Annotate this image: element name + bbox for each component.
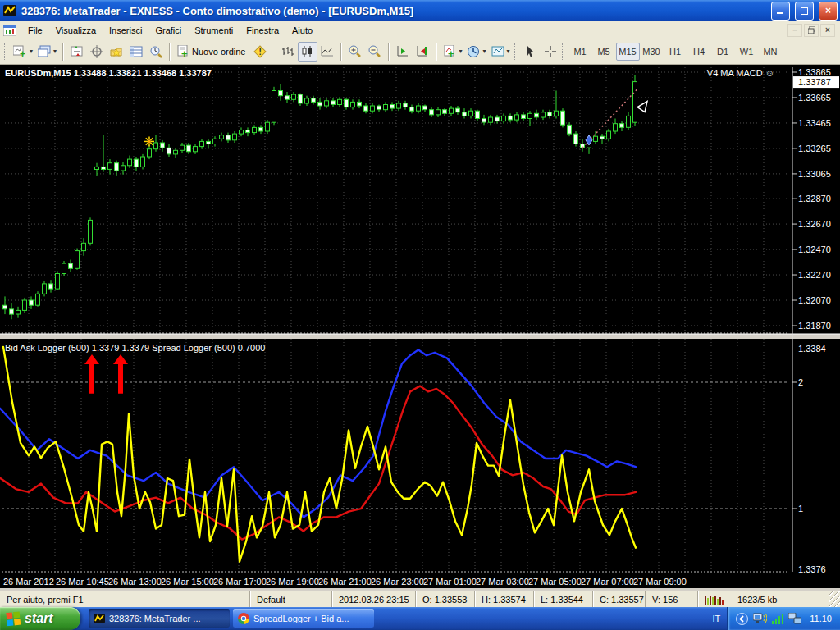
display-network-icon[interactable] (753, 613, 767, 624)
timeframe-d1[interactable]: D1 (711, 43, 735, 61)
bar-chart-type-button[interactable] (278, 42, 298, 62)
new-order-button[interactable]: + Nuovo ordine (174, 42, 250, 62)
task-button-row: 328376: MetaTrader ... SpreadLogger + Bi… (89, 609, 713, 628)
menu-bar: File Visualizza Inserisci Grafici Strume… (0, 21, 840, 39)
strategy-tester-button[interactable] (146, 42, 166, 62)
expert-advisors-button[interactable]: ! (250, 42, 270, 62)
price-axis-label: 1.32670 (798, 219, 831, 229)
window-title: 328376: MetaTrader - EXNESS - Conto dimo… (21, 5, 766, 17)
taskbar-clock[interactable]: 11.10 (810, 614, 832, 623)
title-bar: 328376: MetaTrader - EXNESS - Conto dimo… (0, 0, 840, 21)
profiles-button[interactable]: ▾ (35, 42, 59, 62)
status-bar: Per aiuto, premi F1 Default 2012.03.26 2… (0, 591, 840, 607)
data-window-button[interactable] (126, 42, 146, 62)
mdi-minimize-button[interactable]: – (788, 24, 802, 37)
chevron-down-icon: ▾ (459, 48, 462, 55)
timeframe-mn[interactable]: MN (759, 43, 783, 61)
svg-text:!: ! (259, 48, 262, 57)
crosshair-tool-button[interactable] (541, 42, 560, 62)
menu-strumenti[interactable]: Strumenti (188, 24, 240, 37)
resize-grip[interactable] (829, 591, 840, 608)
candlestick-chart-type-button[interactable] (298, 42, 317, 62)
language-indicator[interactable]: IT (713, 614, 721, 623)
navigator-crosshair-button[interactable] (87, 42, 107, 62)
start-button[interactable]: start (0, 607, 80, 630)
indicators-button[interactable]: + ▾ (441, 42, 464, 62)
templates-button[interactable]: ▾ (489, 42, 513, 62)
status-traffic: 1623/5 kb (737, 595, 777, 605)
market-watch-button[interactable] (67, 42, 87, 62)
price-axis-label: 1.33665 (798, 93, 831, 103)
price-axis-label: 1.32470 (798, 244, 831, 254)
line-chart-type-button[interactable] (317, 42, 337, 62)
toolbar-grip[interactable] (4, 43, 7, 60)
menu-aiuto[interactable]: Aiuto (285, 24, 319, 37)
hide-icons-button[interactable] (736, 613, 748, 625)
timeframe-w1[interactable]: W1 (735, 43, 759, 61)
timeframe-m15[interactable]: M15 (616, 43, 640, 61)
toolbar-separator (169, 43, 171, 61)
status-open: O: 1.33553 (415, 591, 474, 608)
spread-axis-label: 2 (798, 377, 803, 387)
timeframe-m1[interactable]: M1 (568, 43, 592, 61)
chevron-down-icon: ▾ (30, 48, 33, 55)
toolbar-grip[interactable] (514, 43, 518, 60)
zoom-in-button[interactable] (345, 42, 365, 62)
time-axis-label: 26 Mar 15:00 (161, 577, 214, 587)
price-axis-label: 1.33465 (798, 118, 831, 128)
metatrader-icon (94, 613, 105, 624)
maximize-button[interactable] (795, 2, 814, 21)
time-axis-label: 27 Mar 01:00 (423, 577, 477, 587)
mdi-restore-button[interactable] (804, 24, 819, 37)
status-volume: V: 156 (645, 591, 697, 608)
menu-file[interactable]: File (21, 24, 49, 37)
toolbar-grip[interactable] (562, 43, 565, 60)
mdi-close-button[interactable]: × (820, 24, 835, 37)
timeframe-m30[interactable]: M30 (640, 43, 664, 61)
chevron-down-icon: ▾ (507, 48, 510, 55)
time-axis-label: 26 Mar 21:00 (318, 577, 372, 587)
task-button-browser[interactable]: SpreadLogger + Bid a... (233, 609, 374, 628)
zoom-out-button[interactable] (365, 42, 385, 62)
favorites-button[interactable] (107, 42, 126, 62)
menu-visualizza[interactable]: Visualizza (49, 24, 103, 37)
browser-icon (238, 613, 249, 624)
start-label: start (25, 611, 53, 626)
toolbar: + ▾ ▾ + Nuovo ordine ! (0, 39, 840, 65)
time-axis-label: 27 Mar 03:00 (476, 577, 529, 587)
sun-marker[interactable] (144, 136, 154, 146)
time-axis-label: 26 Mar 10:45 (56, 577, 109, 587)
menu-grafici[interactable]: Grafici (148, 24, 188, 37)
status-low: L: 1.33544 (533, 591, 592, 608)
indicator-header: Bid Ask Logger (500) 1.3379 1.3379 Sprea… (5, 343, 265, 353)
new-chart-button[interactable]: + ▾ (11, 42, 35, 62)
close-button[interactable]: × (819, 2, 838, 21)
taskbar: start 328376: MetaTrader ... SpreadLogge… (0, 607, 840, 630)
task-label: SpreadLogger + Bid a... (253, 614, 349, 623)
price-axis-label: 1.32870 (798, 194, 831, 203)
cursor-tool-button[interactable] (521, 42, 541, 62)
time-axis-label: 26 Mar 17:00 (213, 577, 267, 587)
toolbar-separator (436, 43, 437, 61)
minimize-button[interactable] (771, 2, 790, 21)
time-axis-label: 26 Mar 2012 (3, 577, 54, 587)
auto-scroll-button[interactable] (393, 42, 413, 62)
chevron-down-icon: ▾ (482, 48, 486, 55)
price-axis-label: 1.32270 (798, 270, 831, 280)
signal-strength-icon[interactable] (772, 614, 783, 624)
toolbar-grip[interactable] (272, 43, 275, 60)
time-axis-label: 26 Mar 19:00 (266, 577, 319, 587)
menu-inserisci[interactable]: Inserisci (103, 24, 148, 37)
timeframe-h1[interactable]: H1 (664, 43, 687, 61)
panel-splitter[interactable] (0, 334, 840, 339)
status-connection: 1623/5 kb (697, 591, 829, 608)
menu-finestra[interactable]: Finestra (240, 24, 285, 37)
periods-button[interactable]: ▾ (464, 42, 488, 62)
timeframe-h4[interactable]: H4 (687, 43, 711, 61)
price-axis-label: 1.33065 (798, 169, 831, 179)
timeframe-m5[interactable]: M5 (592, 43, 616, 61)
task-button-metatrader[interactable]: 328376: MetaTrader ... (89, 609, 230, 628)
chart-shift-button[interactable] (413, 42, 432, 62)
network-connection-icon[interactable] (788, 613, 801, 624)
chart-area[interactable]: 1.338651.336651.334651.332651.330651.328… (0, 65, 840, 591)
